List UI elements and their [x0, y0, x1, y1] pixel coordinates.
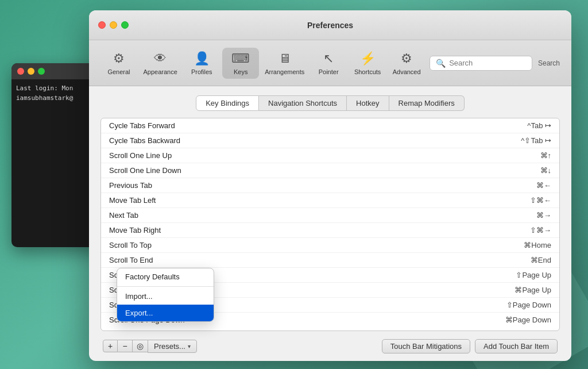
key-action: Scroll To Top [109, 241, 152, 249]
shortcuts-label: Shortcuts [354, 68, 381, 75]
table-row[interactable]: Previous Tab ⌘← [101, 178, 559, 193]
toolbar-item-appearance[interactable]: 👁 Appearance [140, 48, 181, 79]
profiles-label: Profiles [191, 68, 212, 75]
toolbar-item-general[interactable]: ⚙ General [100, 48, 137, 79]
content-area: Key Bindings Navigation Shortcuts Hotkey… [89, 86, 571, 361]
sub-tabs: Key Bindings Navigation Shortcuts Hotkey… [100, 95, 560, 111]
touch-bar-mitigations-button[interactable]: Touch Bar Mitigations [382, 339, 470, 353]
table-row[interactable]: Scroll One Line Down ⌘↓ [101, 163, 559, 178]
tab-remap-modifiers[interactable]: Remap Modifiers [389, 95, 465, 111]
key-shortcut: ⇧⌘→ [530, 226, 551, 235]
key-shortcut: ⌘← [536, 181, 551, 190]
pointer-label: Pointer [319, 68, 339, 75]
keys-label: Keys [234, 68, 247, 75]
table-row[interactable]: Cycle Tabs Forward ^Tab ↦ [101, 118, 559, 133]
add-button[interactable]: + [103, 340, 118, 352]
advanced-icon: ⚙ [401, 51, 412, 66]
toolbar-item-advanced[interactable]: ⚙ Advanced [388, 48, 425, 79]
toolbar-item-keys[interactable]: ⌨ Keys [222, 48, 259, 79]
key-shortcut: ⌘→ [536, 211, 551, 220]
appearance-icon: 👁 [154, 51, 167, 66]
chevron-down-icon: ▾ [188, 343, 191, 349]
arrangements-label: Arrangements [265, 68, 304, 75]
minimize-button[interactable] [110, 21, 117, 29]
toolbar-item-arrangements[interactable]: 🖥 Arrangements [261, 48, 308, 79]
dropdown-item-import[interactable]: Import... [117, 288, 214, 305]
terminal-min-btn[interactable] [28, 68, 34, 75]
key-shortcut: ^Tab ↦ [527, 121, 551, 130]
toolbar-item-profiles[interactable]: 👤 Profiles [183, 48, 220, 79]
key-shortcut: ⇧⌘← [530, 196, 551, 205]
right-buttons: Touch Bar Mitigations Add Touch Bar Item [382, 339, 558, 353]
table-row[interactable]: Scroll One Line Up ⌘↑ [101, 148, 559, 163]
key-action: Scroll One Line Down [109, 166, 181, 175]
maximize-button[interactable] [121, 21, 129, 29]
table-row[interactable]: Cycle Tabs Backward ^⇧Tab ↦ [101, 133, 559, 148]
dropdown-item-export[interactable]: Export... [117, 305, 214, 321]
close-button[interactable] [98, 21, 106, 29]
table-row[interactable]: Scroll To Top ⌘Home [101, 238, 559, 253]
table-row[interactable]: Next Tab ⌘→ [101, 208, 559, 223]
key-shortcut: ⌘Page Up [514, 286, 551, 294]
arrangements-icon: 🖥 [278, 51, 291, 66]
dropdown-item-factory-defaults[interactable]: Factory Defaults [117, 268, 214, 285]
table-row[interactable]: Move Tab Right ⇧⌘→ [101, 223, 559, 238]
key-action: Previous Tab [109, 181, 152, 190]
key-action: Move Tab Right [109, 226, 161, 235]
key-shortcut: ⌘Home [524, 241, 551, 249]
titlebar: Preferences [89, 10, 571, 40]
shortcuts-icon: ⚡ [360, 51, 376, 66]
key-action: Scroll To End [109, 256, 153, 264]
pointer-icon: ↖ [323, 51, 334, 66]
key-shortcut: ⇧Page Down [506, 301, 551, 309]
dropdown-menu: Factory Defaults Import... Export... [117, 268, 214, 322]
key-action: Scroll One Line Up [109, 151, 172, 160]
presets-label: Presets... [154, 342, 185, 351]
terminal-max-btn[interactable] [38, 68, 45, 75]
search-label: Search [538, 59, 560, 67]
edit-button[interactable]: ◎ [133, 340, 148, 352]
add-touch-bar-item-button[interactable]: Add Touch Bar Item [475, 339, 558, 353]
key-shortcut: ⌘End [531, 256, 551, 264]
general-icon: ⚙ [113, 51, 125, 66]
key-action: Cycle Tabs Forward [109, 121, 175, 130]
presets-button[interactable]: Presets... ▾ [148, 340, 197, 353]
key-shortcut: ^⇧Tab ↦ [521, 136, 551, 145]
appearance-label: Appearance [143, 68, 177, 75]
dropdown-separator [117, 286, 214, 287]
window-title: Preferences [307, 21, 353, 30]
remove-button[interactable]: − [118, 340, 133, 352]
profiles-icon: 👤 [194, 51, 210, 66]
key-shortcut: ⌘↑ [540, 151, 552, 160]
toolbar-item-shortcuts[interactable]: ⚡ Shortcuts [349, 48, 386, 79]
preferences-window: Preferences ⚙ General 👁 Appearance 👤 Pro… [89, 10, 571, 361]
key-shortcut: ⇧Page Up [516, 271, 551, 279]
search-icon: 🔍 [436, 59, 446, 68]
search-input[interactable] [449, 59, 526, 67]
tab-key-bindings[interactable]: Key Bindings [196, 95, 259, 111]
toolbar-item-pointer[interactable]: ↖ Pointer [310, 48, 347, 79]
tab-hotkey[interactable]: Hotkey [347, 95, 389, 111]
key-action: Next Tab [109, 211, 138, 220]
advanced-label: Advanced [393, 68, 421, 75]
window-controls [98, 21, 129, 29]
key-action: Cycle Tabs Backward [109, 136, 180, 145]
table-row[interactable]: Move Tab Left ⇧⌘← [101, 193, 559, 208]
search-box[interactable]: 🔍 [430, 56, 532, 71]
key-shortcut: ⌘Page Down [505, 316, 551, 324]
bottom-bar: Factory Defaults Import... Export... + −… [100, 331, 560, 361]
general-label: General [107, 68, 130, 75]
key-shortcut: ⌘↓ [540, 166, 552, 175]
keys-icon: ⌨ [231, 51, 250, 66]
key-action: Move Tab Left [109, 196, 156, 205]
tab-navigation-shortcuts[interactable]: Navigation Shortcuts [259, 95, 347, 111]
terminal-close-btn[interactable] [17, 68, 24, 75]
bottom-controls: + − ◎ Presets... ▾ [103, 340, 197, 353]
toolbar: ⚙ General 👁 Appearance 👤 Profiles ⌨ Keys… [89, 40, 571, 86]
table-row[interactable]: Scroll To End ⌘End [101, 253, 559, 268]
